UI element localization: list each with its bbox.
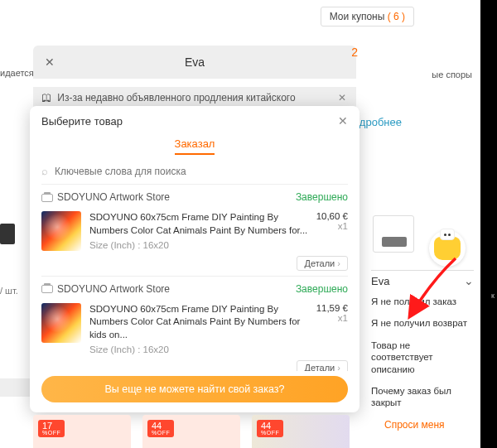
eva-option-why-closed[interactable]: Почему заказ был закрыт: [371, 380, 474, 414]
order-row[interactable]: SDOYUNO 60x75cm Frame DIY Painting By Nu…: [30, 205, 359, 254]
store-row[interactable]: SDOYUNO Artwork Store Завершено: [30, 185, 359, 205]
off-label: %OFF: [152, 430, 170, 436]
assistant-avatar[interactable]: [429, 230, 466, 267]
discount-badge: 17%OFF: [38, 420, 65, 437]
chat-title: Eva: [185, 55, 205, 69]
store-icon: [41, 285, 53, 293]
avatar-head: [440, 229, 455, 240]
store-name: SDOYUNO Artwork Store: [57, 191, 170, 203]
eva-panel-header[interactable]: Eva ⌄: [371, 270, 474, 291]
product-size: Size (Inch) : 16x20: [89, 344, 308, 357]
eva-option-not-as-described[interactable]: Товар не соответствует описанию: [371, 335, 474, 380]
chat-banner-text: Из-за недавно объявленного продления кит…: [57, 92, 295, 104]
count-two: 2: [351, 46, 358, 59]
eva-panel-title: Eva: [371, 275, 389, 287]
announcement-icon: 🕮: [41, 92, 51, 104]
bg-thumb: [0, 224, 15, 244]
eva-ask-me-link[interactable]: Спроси меня: [371, 414, 474, 431]
eva-side-panel: Eva ⌄ Я не получил заказ Я не получил во…: [371, 270, 474, 431]
modal-close-icon[interactable]: ✕: [338, 114, 348, 128]
product-price: 11,59 €: [316, 303, 348, 313]
product-size: Size (Inch) : 16x20: [89, 239, 308, 253]
details-button[interactable]: Детали ›: [297, 360, 348, 371]
product-price: 10,60 €: [316, 211, 348, 221]
product-qty: x1: [316, 313, 348, 323]
discount-badge: 44%OFF: [257, 420, 283, 437]
details-label: Детали: [304, 363, 335, 371]
store-row[interactable]: SDOYUNO Artwork Store Завершено: [30, 277, 359, 296]
product-thumbnail: [41, 303, 81, 343]
store-name: SDOYUNO Artwork Store: [57, 283, 170, 295]
modal-header: Выберите товар ✕: [30, 106, 359, 136]
discount-badge: 44%OFF: [147, 420, 174, 437]
modal-title: Выберите товар: [41, 115, 123, 128]
select-product-modal: Выберите товар ✕ Заказал ⌕ SDOYUNO Artwo…: [30, 106, 359, 412]
chevron-right-icon: ›: [337, 258, 340, 268]
chat-header: ✕ Eva 2: [33, 46, 356, 79]
eva-option-not-received-refund[interactable]: Я не получил возврат: [371, 312, 474, 334]
banner-close-icon[interactable]: ✕: [338, 92, 346, 104]
tab-ordered[interactable]: Заказал: [175, 137, 215, 155]
product-preview: [373, 215, 414, 253]
order-status: Завершено: [296, 191, 348, 203]
order-list: SDOYUNO Artwork Store Завершено SDOYUNO …: [30, 185, 359, 371]
avatar-body: [434, 237, 461, 260]
promo-tiles: 17%OFF 44%OFF 44%OFF: [33, 415, 350, 448]
search-icon: ⌕: [41, 165, 48, 177]
search-input[interactable]: [55, 166, 348, 177]
off-label: %OFF: [261, 430, 279, 436]
store-icon: [41, 194, 53, 202]
coupons-label: Мои купоны: [330, 11, 385, 22]
black-letter: к: [491, 291, 495, 300]
chat-close-icon[interactable]: ✕: [45, 55, 55, 69]
order-status: Завершено: [296, 283, 348, 295]
modal-tabs: Заказал: [30, 136, 359, 161]
product-title: SDOYUNO 60x75cm Frame DIY Painting By Nu…: [89, 303, 308, 342]
black-sidebar: [480, 0, 497, 448]
modal-search[interactable]: ⌕: [41, 161, 348, 185]
coupons-count: ( 6 ): [388, 11, 405, 22]
bg-text-left: идается: [0, 68, 34, 78]
product-title: SDOYUNO 60x75cm Frame DIY Painting By Nu…: [89, 211, 308, 237]
chevron-right-icon: ›: [337, 363, 340, 371]
cant-find-order-button[interactable]: Вы еще не можете найти свой заказ?: [41, 376, 348, 402]
details-button[interactable]: Детали ›: [297, 256, 348, 271]
product-thumbnail: [41, 211, 81, 251]
promo-tile[interactable]: 44%OFF: [252, 415, 350, 448]
off-label: %OFF: [42, 430, 60, 436]
order-row[interactable]: SDOYUNO 60x75cm Frame DIY Painting By Nu…: [30, 296, 359, 359]
promo-tile[interactable]: 17%OFF: [33, 415, 131, 448]
promo-tile[interactable]: 44%OFF: [142, 415, 240, 448]
details-label: Детали: [304, 258, 335, 268]
units-label: / шт.: [0, 286, 18, 296]
my-coupons-button[interactable]: Мои купоны ( 6 ): [321, 7, 414, 26]
eva-option-not-received-order[interactable]: Я не получил заказ: [371, 291, 474, 312]
bg-text-right: ые споры: [432, 70, 472, 79]
chevron-down-icon: ⌄: [464, 274, 474, 287]
product-qty: x1: [316, 221, 348, 231]
